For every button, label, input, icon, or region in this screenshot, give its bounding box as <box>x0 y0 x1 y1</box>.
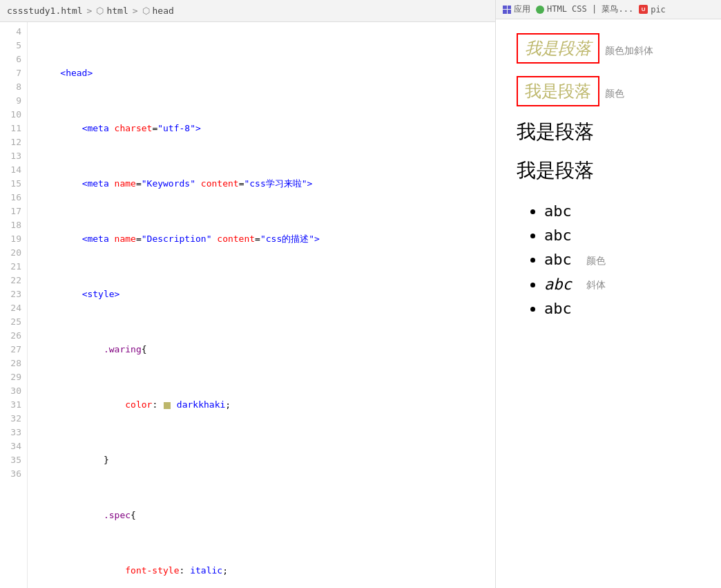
tab-htmlcss[interactable]: HTML CSS | 菜鸟... <box>536 3 633 15</box>
breadcrumb-file[interactable]: cssstudy1.html <box>7 6 83 16</box>
preview-row-4: 我是段落 <box>517 158 700 196</box>
breadcrumb-icon1: ⬡ <box>96 6 104 16</box>
list-item-4-text: abc <box>544 276 572 293</box>
code-line-9: .waring{ <box>39 343 495 357</box>
list-item-2: abc <box>544 223 700 247</box>
tab-pic[interactable]: U pic <box>639 5 666 15</box>
breadcrumb-sep1: > <box>87 6 93 16</box>
preview-content: 我是段落 颜色加斜体 我是段落 颜色 我是段落 我是段落 abc <box>496 19 721 588</box>
list-item-5: abc <box>544 296 700 321</box>
preview-p1: 我是段落 <box>517 33 599 64</box>
list-item-4: abc 斜体 <box>544 272 700 296</box>
list-item-3-text: abc <box>544 251 572 268</box>
htmlcss-icon <box>536 6 544 14</box>
tab-pic-label: pic <box>651 5 666 15</box>
tab-apps-label: 应用 <box>514 3 530 15</box>
main-layout: cssstudy1.html > ⬡ html > ⬡ head 4 5 6 7… <box>0 0 721 588</box>
right-panel: 应用 HTML CSS | 菜鸟... U pic 我是段落 颜色加斜体 我是段… <box>496 0 721 588</box>
code-line-13: font-style: italic; <box>39 564 495 578</box>
list-item-2-text: abc <box>544 227 572 244</box>
code-line-7: <meta name="Description" content="css的描述… <box>39 232 495 246</box>
code-line-4: <head> <box>39 66 495 80</box>
list-item-3: abc 颜色 <box>544 247 700 272</box>
preview-p2: 我是段落 <box>517 76 599 106</box>
preview-p4: 我是段落 <box>517 158 594 184</box>
code-line-8: <style> <box>39 287 495 301</box>
preview-p3: 我是段落 <box>517 119 594 145</box>
breadcrumb-tag1[interactable]: html <box>106 6 128 16</box>
code-line-11: } <box>39 453 495 467</box>
list-item-4-label: 斜体 <box>586 279 606 290</box>
tab-apps[interactable]: 应用 <box>503 3 530 15</box>
preview-row-1: 我是段落 颜色加斜体 <box>517 33 700 73</box>
code-line-6: <meta name="Keywords" content="css学习来啦"> <box>39 177 495 191</box>
breadcrumb-tag2[interactable]: head <box>153 6 174 16</box>
ublock-icon: U <box>639 5 648 14</box>
list-item-1-text: abc <box>544 202 572 220</box>
list-item-1: abc <box>544 199 700 223</box>
breadcrumb-icon2: ⬡ <box>142 6 150 16</box>
breadcrumb-sep2: > <box>133 6 138 16</box>
preview-list: abc abc abc 颜色 abc 斜体 abc <box>544 199 700 321</box>
preview-p2-label: 颜色 <box>605 88 624 100</box>
code-line-10: color: darkkhaki; <box>39 398 495 412</box>
line-numbers: 4 5 6 7 8 9 10 11 12 13 14 15 16 17 18 1… <box>0 22 28 588</box>
code-text: <head> <meta charset="utf-8"> <meta name… <box>28 22 495 588</box>
preview-row-2: 我是段落 颜色 <box>517 76 700 116</box>
code-line-12: .spec{ <box>39 509 495 522</box>
breadcrumb: cssstudy1.html > ⬡ html > ⬡ head <box>0 0 495 22</box>
code-editor[interactable]: 4 5 6 7 8 9 10 11 12 13 14 15 16 17 18 1… <box>0 22 495 588</box>
list-item-5-text: abc <box>544 300 572 317</box>
preview-row-3: 我是段落 <box>517 119 700 155</box>
code-line-5: <meta charset="utf-8"> <box>39 122 495 135</box>
top-tabs: 应用 HTML CSS | 菜鸟... U pic <box>496 0 721 19</box>
tab-htmlcss-label: HTML CSS | 菜鸟... <box>547 3 633 15</box>
apps-icon <box>503 6 511 14</box>
editor-panel: cssstudy1.html > ⬡ html > ⬡ head 4 5 6 7… <box>0 0 496 588</box>
preview-p1-label: 颜色加斜体 <box>605 45 653 57</box>
list-item-3-label: 颜色 <box>586 255 606 266</box>
